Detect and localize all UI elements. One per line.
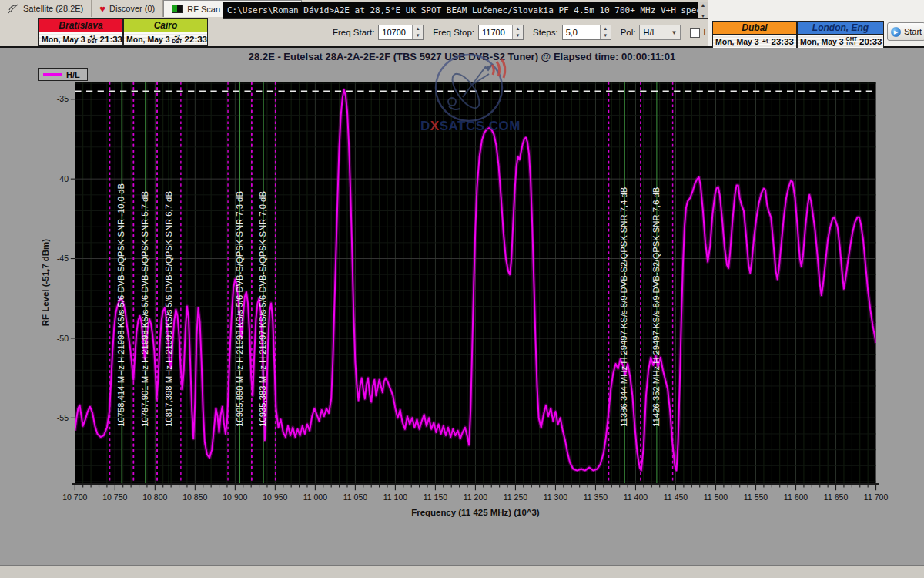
- clock-dst: DST: [172, 39, 182, 44]
- transponder-label: 10758,414 MHz H 21998 KS/s 5/6 DVB-S/QPS…: [116, 183, 126, 427]
- clock-date: Mon, May 3: [126, 35, 170, 44]
- chart-title: 28.2E - Eutelsat 28A-2A-2E-2F (TBS 5927 …: [0, 51, 924, 62]
- clock-bratislava: Bratislava Mon, May 3 +1DST 21:33: [38, 18, 123, 46]
- command-console: C:\Users\Roman Dávid>A2E at 28,5°E_UK SP…: [223, 2, 708, 19]
- spectrum-plot: 10758,414 MHz H 21998 KS/s 5/6 DVB-S/QPS…: [0, 48, 924, 578]
- x-tick-label: 11 600: [784, 492, 808, 502]
- clock-london: London, Eng Mon, May 3 GMTDST 20:33: [797, 21, 884, 49]
- clock-dst: DST: [88, 39, 98, 44]
- freq-start-up-icon[interactable]: ▲: [413, 25, 423, 32]
- clock-date: Mon, May 3: [800, 37, 844, 46]
- freq-stop-up-icon[interactable]: ▲: [513, 25, 523, 32]
- transponder-label: 10905,890 MHz H 21998 KS/s 5/6 DVB-S/QPS…: [235, 191, 244, 427]
- transponder-label: 10935,383 MHz H 21997 KS/s 5/6 DVB-S/QPS…: [258, 191, 267, 427]
- transponder-label: 11386,344 MHz H 29497 KS/s 8/9 DVB-S2/QP…: [619, 187, 628, 427]
- clock-time: 21:33: [100, 35, 122, 44]
- steps-up-icon[interactable]: ▲: [601, 25, 611, 32]
- x-tick-label: 11 050: [343, 492, 368, 502]
- scroll-down-icon[interactable]: ▼: [701, 13, 706, 18]
- clock-time: 22:33: [185, 35, 207, 44]
- freq-stop-label: Freq Stop:: [433, 28, 474, 37]
- clock-city-label: Bratislava: [39, 19, 122, 32]
- clock-dst: DST: [846, 42, 856, 46]
- window-bottom-strip: [0, 565, 924, 578]
- console-text: C:\Users\Roman Dávid>A2E at 28,5°E_UK SP…: [223, 5, 698, 15]
- tab-discover[interactable]: ♥ Discover (0): [92, 0, 163, 17]
- x-tick-label: 11 450: [664, 492, 688, 502]
- x-tick-label: 11 100: [383, 492, 408, 502]
- scroll-up-icon[interactable]: ▲: [701, 2, 706, 8]
- legend-label: H/L: [66, 70, 80, 79]
- x-tick-label: 10 800: [142, 492, 167, 502]
- x-tick-label: 11 200: [464, 492, 488, 502]
- clocks-left: Bratislava Mon, May 3 +1DST 21:33 Cairo …: [38, 18, 208, 46]
- heart-icon: ♥: [99, 5, 105, 13]
- transponder-label: 10787,901 MHz H 21998 KS/s 5/6 DVB-S/QPS…: [140, 191, 149, 427]
- app-window: Satellite (28.2E) ♥ Discover (0) RF Scan…: [0, 0, 924, 578]
- y-tick-label: -50: [57, 334, 69, 343]
- clock-city-label: London, Eng: [798, 22, 883, 35]
- x-axis-title: Frequency (11 425 MHz) (10^3): [411, 508, 540, 517]
- y-tick-label: -35: [57, 94, 69, 103]
- freq-stop-down-icon[interactable]: ▼: [513, 32, 523, 39]
- x-tick-label: 10 700: [62, 492, 87, 502]
- clock-date: Mon, May 3: [42, 35, 85, 44]
- y-tick-label: -40: [57, 174, 69, 183]
- clock-time: 20:33: [859, 37, 882, 46]
- legend-line-sample: [43, 73, 62, 76]
- chevron-down-icon: ▼: [671, 29, 678, 36]
- x-tick-label: 11 000: [303, 492, 328, 502]
- freq-start-label: Freq Start:: [333, 28, 374, 37]
- x-tick-label: 11 400: [624, 492, 648, 502]
- steps-input[interactable]: [563, 27, 600, 38]
- clock-cairo: Cairo Mon, May 3 +2DST 22:33: [123, 18, 208, 46]
- freq-stop-stepper: ▲▼: [478, 25, 524, 40]
- transponder-label: 11426,352 MHz H 29497 KS/s 8/9 DVB-S2/QP…: [651, 187, 661, 427]
- top-toolbar: Satellite (28.2E) ♥ Discover (0) RF Scan…: [0, 0, 924, 48]
- clock-time: 23:33: [772, 37, 794, 46]
- play-icon: ▶: [891, 27, 901, 37]
- tab-discover-label: Discover (0): [109, 4, 155, 13]
- rf-scan-icon: [172, 5, 183, 13]
- clocks-right: Dubai Mon, May 3 +4 23:33 London, Eng Mo…: [712, 21, 884, 49]
- clock-date: Mon, May 3: [715, 37, 759, 46]
- x-tick-label: 11 350: [584, 492, 608, 502]
- start-button[interactable]: ▶ Start: [887, 22, 924, 41]
- clock-offset: +4: [762, 39, 768, 44]
- y-tick-label: -45: [57, 254, 69, 263]
- tab-satellite-label: Satellite (28.2E): [23, 4, 83, 13]
- freq-start-input[interactable]: [379, 27, 412, 38]
- clock-city-label: Dubai: [713, 22, 796, 35]
- x-tick-label: 10 850: [182, 492, 207, 502]
- x-tick-label: 11 150: [424, 492, 448, 502]
- steps-label: Steps:: [533, 28, 558, 37]
- x-tick-label: 10 750: [102, 492, 127, 502]
- right-panel: Dubai Mon, May 3 +4 23:33 London, Eng Mo…: [708, 0, 924, 46]
- x-tick-label: 11 550: [744, 492, 768, 502]
- start-button-label: Start: [904, 27, 922, 36]
- x-tick-label: 11 700: [864, 492, 889, 502]
- pol-dropdown[interactable]: H/L ▼: [639, 25, 681, 40]
- y-tick-label: -55: [57, 413, 69, 422]
- pol-label: Pol:: [621, 28, 636, 37]
- x-tick-label: 11 250: [504, 492, 528, 502]
- y-axis-title: RF Level (-51,7 dBm): [41, 239, 50, 326]
- legend: H/L: [38, 68, 88, 81]
- loop-checkbox[interactable]: [690, 28, 700, 38]
- steps-stepper: ▲▼: [562, 25, 611, 40]
- x-tick-label: 10 900: [223, 492, 247, 502]
- x-tick-label: 11 650: [824, 492, 849, 502]
- satellite-icon: [8, 4, 19, 14]
- freq-stop-input[interactable]: [479, 27, 512, 38]
- freq-start-down-icon[interactable]: ▼: [413, 32, 423, 39]
- chart-region: 28.2E - Eutelsat 28A-2A-2E-2F (TBS 5927 …: [0, 48, 924, 578]
- console-scrollbar[interactable]: ▲ ▼: [698, 2, 708, 18]
- tab-satellite[interactable]: Satellite (28.2E): [0, 0, 92, 17]
- pol-value: H/L: [643, 28, 656, 37]
- transponder-label: 10817,398 MHz H 21999 KS/s 5/6 DVB-S/QPS…: [164, 191, 173, 427]
- x-tick-label: 10 950: [263, 492, 287, 502]
- clock-dubai: Dubai Mon, May 3 +4 23:33: [712, 21, 797, 49]
- x-tick-label: 11 500: [704, 492, 728, 502]
- x-tick-label: 11 300: [544, 492, 568, 502]
- steps-down-icon[interactable]: ▼: [601, 32, 611, 39]
